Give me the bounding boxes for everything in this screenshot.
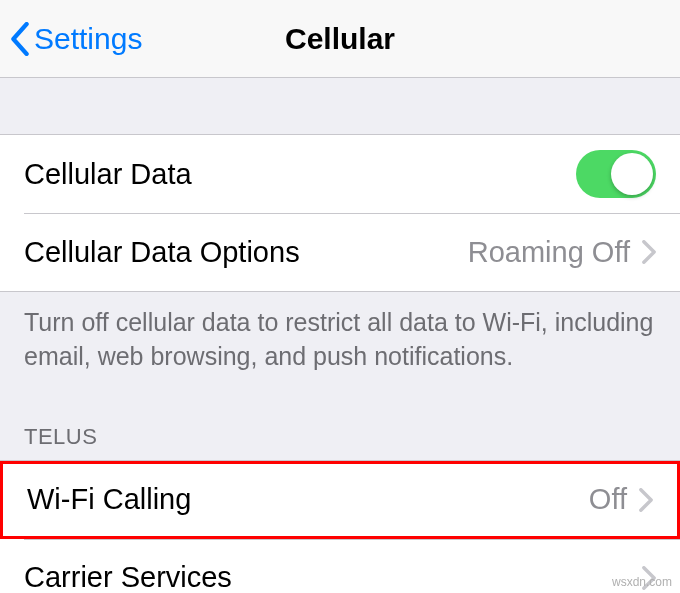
wifi-calling-row[interactable]: Wi-Fi Calling Off: [0, 461, 680, 539]
toggle-knob: [611, 153, 653, 195]
cellular-data-options-label: Cellular Data Options: [24, 236, 300, 269]
cellular-list: Cellular Data Cellular Data Options Roam…: [0, 134, 680, 292]
carrier-section-header: TELUS: [0, 374, 680, 460]
navigation-bar: Settings Cellular: [0, 0, 680, 78]
back-button[interactable]: Settings: [0, 22, 142, 56]
carrier-services-row[interactable]: Carrier Services: [0, 539, 680, 594]
watermark: wsxdn.com: [612, 575, 672, 589]
row-right: Roaming Off: [468, 236, 656, 269]
cellular-footer-text: Turn off cellular data to restrict all d…: [0, 292, 680, 374]
chevron-right-icon: [639, 488, 653, 512]
wifi-calling-label: Wi-Fi Calling: [27, 483, 191, 516]
chevron-left-icon: [10, 22, 30, 56]
carrier-services-label: Carrier Services: [24, 561, 232, 593]
carrier-list: Wi-Fi Calling Off Carrier Services: [0, 460, 680, 594]
back-label: Settings: [34, 22, 142, 56]
cellular-data-options-row[interactable]: Cellular Data Options Roaming Off: [0, 213, 680, 291]
cellular-data-label: Cellular Data: [24, 158, 192, 191]
cellular-data-toggle[interactable]: [576, 150, 656, 198]
row-right: Off: [589, 483, 653, 516]
wifi-calling-value: Off: [589, 483, 627, 516]
roaming-value: Roaming Off: [468, 236, 630, 269]
cellular-data-row[interactable]: Cellular Data: [0, 135, 680, 213]
spacer: [0, 78, 680, 134]
page-title: Cellular: [285, 22, 395, 56]
chevron-right-icon: [642, 240, 656, 264]
